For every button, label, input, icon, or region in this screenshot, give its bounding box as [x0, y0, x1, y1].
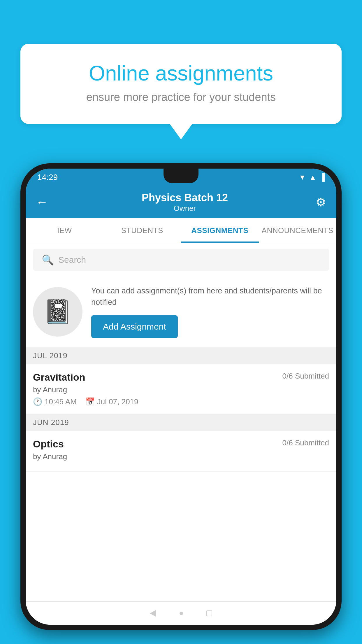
speech-bubble-arrow	[169, 123, 193, 139]
app-bar-subtitle: Owner	[174, 204, 196, 213]
recents-nav-icon[interactable]	[206, 610, 212, 616]
tab-students[interactable]: STUDENTS	[103, 218, 181, 243]
section-header-jun: JUN 2019	[26, 414, 336, 431]
app-bar: ← Physics Batch 12 Owner ⚙	[26, 186, 336, 218]
assignment-time: 🕐 10:45 AM	[33, 397, 77, 406]
search-icon: 🔍	[42, 254, 54, 266]
assignment-icon-circle: 📓	[33, 287, 82, 337]
search-bar[interactable]: 🔍 Search	[33, 249, 329, 271]
assignment-name: Gravitation	[33, 372, 85, 383]
search-placeholder: Search	[58, 255, 86, 265]
settings-button[interactable]: ⚙	[316, 195, 326, 209]
phone-notch	[164, 169, 198, 183]
assignment-by: by Anurag	[33, 385, 329, 394]
add-assignment-section: 📓 You can add assignment(s) from here an…	[26, 276, 336, 347]
list-item[interactable]: Optics 0/6 Submitted by Anurag	[26, 431, 336, 472]
battery-icon: ▐	[320, 173, 325, 181]
list-item[interactable]: Gravitation 0/6 Submitted by Anurag 🕐 10…	[26, 364, 336, 414]
section-header-jul: JUL 2019	[26, 347, 336, 364]
speech-bubble-container: Online assignments ensure more practice …	[20, 44, 342, 139]
back-button[interactable]: ←	[36, 195, 48, 209]
status-icons: ▼ ▲ ▐	[299, 173, 325, 181]
tabs-bar: IEW STUDENTS ASSIGNMENTS ANNOUNCEMENTS	[26, 218, 336, 243]
back-nav-icon[interactable]	[150, 610, 156, 617]
assignment-meta: 🕐 10:45 AM 📅 Jul 07, 2019	[33, 397, 329, 406]
content-area: 🔍 Search 📓 You can add assignment(s) fro…	[26, 243, 336, 601]
speech-bubble: Online assignments ensure more practice …	[20, 44, 342, 124]
add-assignment-right: You can add assignment(s) from here and …	[91, 285, 329, 338]
add-assignment-description: You can add assignment(s) from here and …	[91, 285, 329, 308]
add-assignment-button[interactable]: Add Assignment	[91, 315, 178, 338]
tab-assignments[interactable]: ASSIGNMENTS	[181, 218, 259, 243]
assignment-name: Optics	[33, 438, 64, 450]
calendar-icon: 📅	[85, 397, 95, 406]
speech-bubble-subtitle: ensure more practice for your students	[41, 91, 321, 104]
submitted-count: 0/6 Submitted	[282, 438, 329, 447]
tab-iew[interactable]: IEW	[26, 218, 103, 243]
tab-announcements[interactable]: ANNOUNCEMENTS	[259, 218, 337, 243]
assignment-by: by Anurag	[33, 452, 329, 461]
bottom-navigation	[26, 601, 336, 625]
app-bar-title-area: Physics Batch 12 Owner	[54, 192, 316, 213]
phone-frame: 14:29 ▼ ▲ ▐ ← Physics Batch 12 Owner ⚙ I…	[20, 163, 342, 630]
speech-bubble-title: Online assignments	[41, 61, 321, 85]
submitted-count: 0/6 Submitted	[282, 372, 329, 381]
notebook-icon: 📓	[43, 298, 72, 326]
assignment-item-header: Gravitation 0/6 Submitted	[33, 372, 329, 383]
home-nav-icon[interactable]	[180, 612, 183, 615]
clock-icon: 🕐	[33, 397, 42, 406]
signal-icon: ▲	[309, 173, 316, 181]
app-bar-title: Physics Batch 12	[142, 192, 228, 204]
status-time: 14:29	[37, 173, 58, 182]
phone-screen: 14:29 ▼ ▲ ▐ ← Physics Batch 12 Owner ⚙ I…	[26, 169, 336, 625]
wifi-icon: ▼	[299, 173, 306, 181]
assignment-item-header: Optics 0/6 Submitted	[33, 438, 329, 450]
assignment-date: 📅 Jul 07, 2019	[85, 397, 138, 406]
